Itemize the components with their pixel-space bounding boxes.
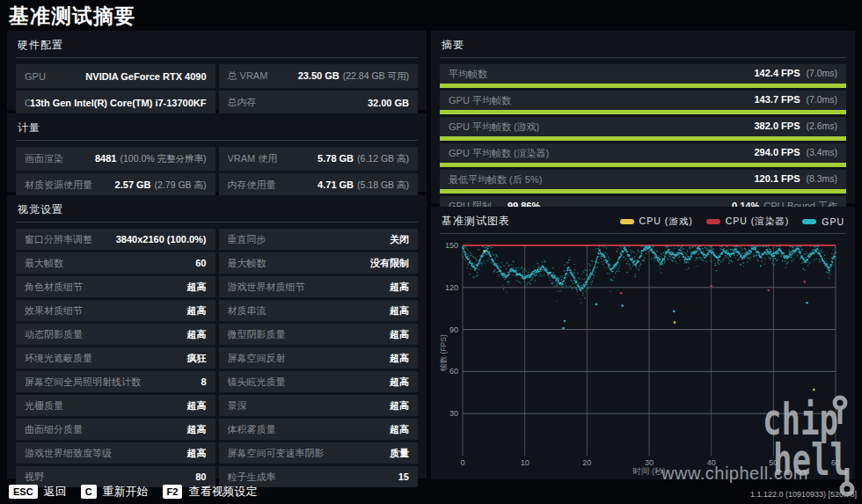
metric-cell: 画面渲染8481(100.0% 完整分辨率) [16,147,216,171]
visual-setting-row: 效果材质细节超高材质串流超高 [16,300,418,321]
visual-setting-value: 3840x2160 (100.0%) [116,234,207,245]
summary-stat-note: (3.4ms) [803,147,837,157]
summary-stat-value: 120.1 FPS (8.3ms) [755,173,838,184]
hotkey-esc: ESC返回 [9,484,67,500]
hotkey-bar: ESC返回C重新开始F2查看视频设定 [9,484,257,500]
hardware-value: 13th Gen Intel(R) Core(TM) i7-13700KF [30,98,206,108]
metric-value-note: (2.79 GB 高) [155,179,207,190]
visual-setting-cell: 效果材质细节超高 [16,300,216,321]
visual-setting-value: 超高 [187,447,207,460]
hardware-cell: 总 VRAM23.50 GB(22.84 GB 可用) [219,64,419,88]
visual-setting-value: 超高 [390,328,409,341]
visual-setting-cell: 景深超高 [219,395,419,416]
visual-settings-rows: 窗口分辨率调整3840x2160 (100.0%)垂直同步关闭最大帧数60最大帧… [16,229,418,487]
summary-stat-row: 平均帧数142.4 FPS (7.0ms) [440,64,846,88]
metric-label: 画面渲染 [25,152,63,165]
summary-stat-bar [440,84,846,88]
visual-setting-cell: 曲面细分质量超高 [16,419,216,440]
metrics-title: 计量 [18,121,40,135]
visual-setting-cell: 最大帧数60 [16,252,216,274]
keycap-c[interactable]: C [81,485,97,499]
hardware-value: 23.50 GB(22.84 GB 可用) [298,70,409,83]
summary-header: 摘要 [440,36,846,58]
svg-text:20: 20 [582,458,591,467]
metric-cell: 内存使用量4.71 GB(5.18 GB 高) [219,173,419,197]
summary-stat-value: 382.0 FPS (2.6ms) [755,121,838,131]
visual-setting-label: 环境光遮蔽质量 [25,352,92,365]
visual-setting-value: 没有限制 [370,257,409,270]
summary-stat-note: (2.6ms) [803,121,837,131]
summary-stat-label: GPU 平均帧数 (渲染器) [449,147,549,160]
svg-text:150: 150 [445,241,458,250]
metric-cell: 材质资源使用量2.57 GB(2.79 GB 高) [16,173,216,197]
summary-panel: 摘要 平均帧数142.4 FPS (7.0ms)GPU 平均帧数143.7 FP… [431,31,855,203]
visual-setting-row: 游戏世界细致度等级超高屏幕空间可变速率阴影质量 [16,442,418,464]
summary-rows: 平均帧数142.4 FPS (7.0ms)GPU 平均帧数143.7 FPS (… [440,64,846,220]
hardware-config-panel: 硬件配置 GPUNVIDIA GeForce RTX 4090总 VRAM23.… [7,31,427,110]
visual-setting-label: 效果材质细节 [25,304,83,318]
legend-item: CPU (游戏) [620,215,693,228]
page-title: 基准测试摘要 [9,3,135,30]
visual-setting-cell: 窗口分辨率调整3840x2160 (100.0%) [16,229,216,250]
metrics-rows: 画面渲染8481(100.0% 完整分辨率)VRAM 使用5.78 GB(6.1… [16,147,418,197]
visual-setting-value: 关闭 [390,233,409,246]
chart-legend: CPU (游戏)CPU (渲染器)GPU [620,215,844,228]
visual-setting-label: 材质串流 [228,304,267,318]
chiphell-logo: chip hell [762,394,858,498]
visual-setting-label: 屏幕空间可变速率阴影 [228,447,325,460]
visual-setting-value: 8 [201,376,206,387]
svg-text:30: 30 [449,409,458,418]
visual-setting-label: 动态阴影质量 [25,328,83,341]
visual-setting-cell: 垂直同步关闭 [219,229,419,250]
legend-item: GPU [802,216,844,227]
hardware-value: NVIDIA GeForce RTX 4090 [85,71,206,82]
metric-label: 内存使用量 [228,179,276,192]
visual-setting-row: 曲面细分质量超高体积雾质量超高 [16,419,418,440]
visual-setting-row: 环境光遮蔽质量疯狂屏幕空间反射超高 [16,347,418,369]
metric-value: 8481(100.0% 完整分辨率) [95,153,207,165]
summary-stat-value: 294.0 FPS (3.4ms) [755,147,838,157]
summary-stat-row: GPU 平均帧数 (渲染器)294.0 FPS (3.4ms) [440,143,846,167]
visual-setting-cell: 游戏世界材质细节超高 [219,276,419,297]
hardware-row: CPU13th Gen Intel(R) Core(TM) i7-13700KF… [16,91,418,114]
metric-value: 5.78 GB(6.12 GB 高) [318,153,409,165]
legend-label: CPU (游戏) [639,215,693,228]
visual-settings-panel: 视觉设置 窗口分辨率调整3840x2160 (100.0%)垂直同步关闭最大帧数… [7,195,427,478]
legend-swatch-icon [620,219,634,224]
visual-setting-cell: 镜头眩光质量超高 [219,371,419,392]
legend-item: CPU (渲染器) [706,215,790,228]
visual-setting-cell: 角色材质细节超高 [16,276,216,297]
visual-setting-cell: 环境光遮蔽质量疯狂 [16,347,216,369]
benchmark-chart-header: 基准测试图表 CPU (游戏)CPU (渲染器)GPU [440,212,846,234]
summary-stat-bar [440,110,846,114]
hardware-value-note: (22.84 GB 可用) [343,70,409,81]
summary-stat-value: 143.7 FPS (7.0ms) [755,94,838,105]
metric-value-note: (100.0% 完整分辨率) [120,153,206,164]
summary-stat-note: (8.3ms) [803,173,837,184]
visual-setting-value: 超高 [390,281,409,294]
svg-text:120: 120 [445,283,458,292]
visual-setting-label: 窗口分辨率调整 [25,233,92,246]
visual-settings-header: 视觉设置 [16,201,418,223]
hardware-label: GPU [25,71,46,82]
summary-stat-bar [440,163,846,167]
metric-row: 画面渲染8481(100.0% 完整分辨率)VRAM 使用5.78 GB(6.1… [16,147,418,171]
visual-setting-label: 镜头眩光质量 [228,376,286,389]
metric-row: 材质资源使用量2.57 GB(2.79 GB 高)内存使用量4.71 GB(5.… [16,173,418,197]
visual-setting-value: 超高 [390,376,409,389]
metric-value: 4.71 GB(5.18 GB 高) [318,179,409,192]
visual-setting-label: 游戏世界细致度等级 [25,447,112,460]
svg-text:hell: hell [773,435,849,486]
visual-setting-label: 最大帧数 [228,257,267,270]
hotkey-c: C重新开始 [81,484,149,500]
summary-stat-label: GPU 平均帧数 (游戏) [449,121,539,134]
hardware-value: 32.00 GB [368,98,409,108]
visual-setting-row: 角色材质细节超高游戏世界材质细节超高 [16,276,418,297]
svg-text:0: 0 [460,458,464,467]
keycap-esc[interactable]: ESC [9,485,38,499]
visual-setting-cell: 游戏世界细致度等级超高 [16,442,216,464]
visual-setting-value: 超高 [187,328,207,341]
summary-stat-bar [440,136,846,141]
keycap-f2[interactable]: F2 [163,485,183,499]
visual-setting-row: 动态阴影质量超高微型阴影质量超高 [16,324,418,345]
